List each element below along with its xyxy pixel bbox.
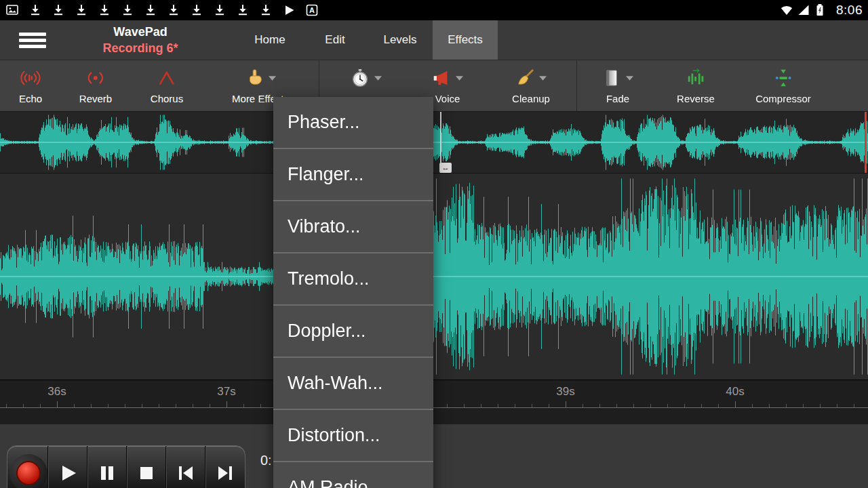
play-icon <box>282 3 296 17</box>
record-button[interactable] <box>16 461 41 485</box>
download-icon <box>28 3 42 17</box>
chevron-down-icon <box>625 74 634 83</box>
ruler-tick <box>464 404 465 407</box>
toolbar-item-icon-row <box>350 66 382 90</box>
stop-icon <box>136 462 157 484</box>
menu-item-wah-wah[interactable]: Wah-Wah... <box>273 358 433 410</box>
toolbar-item-label: Compressor <box>755 93 811 104</box>
compressor-icon <box>773 68 793 88</box>
tab-edit[interactable]: Edit <box>302 20 368 60</box>
ruler-tick <box>125 404 125 407</box>
image-icon <box>5 3 19 17</box>
menu-item-flanger[interactable]: Flanger... <box>273 149 433 201</box>
toolbar-item-icon-row <box>244 66 277 90</box>
toolbar-item-echo[interactable]: Echo <box>19 60 42 111</box>
ruler-tick <box>498 404 498 407</box>
toolbar-item-fade[interactable]: Fade <box>601 60 634 111</box>
ruler-tick <box>243 404 244 407</box>
status-bar: A 8:06 <box>0 0 868 20</box>
menu-item-phaser[interactable]: Phaser... <box>273 97 433 149</box>
title-block: WavePad Recording 6* <box>73 24 208 56</box>
download-icon <box>236 3 250 17</box>
menu-item-doppler[interactable]: Doppler... <box>273 306 433 358</box>
signal-icon <box>797 3 810 17</box>
reverse-icon <box>686 68 706 88</box>
ruler-tick <box>650 404 651 407</box>
toolbar-item-label: Reverse <box>677 93 715 104</box>
play-button[interactable] <box>47 446 87 488</box>
ruler-tick <box>159 404 159 407</box>
skip-to-end-button[interactable] <box>205 446 244 488</box>
overview-marker-handle[interactable]: ↔ <box>439 163 452 173</box>
pause-button[interactable] <box>87 446 126 488</box>
toolbar-item-label: Voice <box>435 93 460 104</box>
toolbar-item-reverb[interactable]: Reverb <box>79 60 112 111</box>
overview-end-cursor <box>865 112 867 173</box>
download-icon <box>167 3 180 17</box>
toolbar-item-chorus[interactable]: Chorus <box>151 60 183 111</box>
wavepad-app: A 8:06 WavePad Recording 6* HomeEditLeve… <box>0 0 868 488</box>
ruler-tick <box>226 401 227 407</box>
cleanup-icon <box>515 68 535 88</box>
hamburger-menu-icon[interactable] <box>19 30 46 50</box>
effects-dropdown-menu: Phaser...Flanger...Vibrato...Tremolo...D… <box>273 97 433 488</box>
toolbar-item-label: Cleanup <box>512 93 550 104</box>
ruler-tick <box>176 404 176 407</box>
toolbar-item-icon-row <box>686 66 706 90</box>
menu-item-tremolo[interactable]: Tremolo... <box>273 253 433 306</box>
voice-icon <box>431 68 452 88</box>
stopwatch-icon <box>350 68 370 88</box>
ruler-tick <box>260 404 261 407</box>
ruler-tick <box>718 404 719 407</box>
tab-levels[interactable]: Levels <box>368 20 433 60</box>
ruler-tick <box>769 404 770 407</box>
app-title: WavePad <box>73 24 208 40</box>
toolbar-item-reverse[interactable]: Reverse <box>677 60 715 111</box>
app-header: WavePad Recording 6* HomeEditLevelsEffec… <box>0 20 868 60</box>
playback-time: 0: <box>260 453 272 468</box>
status-time: 8:06 <box>836 3 863 18</box>
ruler-tick <box>108 404 108 407</box>
chevron-down-icon <box>455 74 464 83</box>
skip-start-icon <box>175 462 197 484</box>
toolbar-item-compressor[interactable]: Compressor <box>755 60 811 111</box>
menu-item-am-radio[interactable]: AM Radio... <box>273 462 433 488</box>
toolbar-item-icon-row <box>773 66 793 90</box>
battery-icon <box>814 3 827 17</box>
toolbar-separator <box>576 60 577 111</box>
menu-item-vibrato[interactable]: Vibrato... <box>273 201 433 253</box>
ruler-tick <box>667 404 668 407</box>
ruler-tick <box>752 404 753 407</box>
toolbar-item-cleanup[interactable]: Cleanup <box>512 60 550 111</box>
chevron-down-icon <box>374 74 382 83</box>
system-status-icons: 8:06 <box>780 3 863 18</box>
download-icon <box>259 3 273 17</box>
tab-effects[interactable]: Effects <box>433 20 498 60</box>
ruler-line <box>0 407 868 408</box>
menu-item-distortion[interactable]: Distortion... <box>273 410 433 462</box>
ruler-tick <box>91 404 92 407</box>
timeline-ruler[interactable]: 36s37s39s40s <box>0 380 868 424</box>
skip-to-start-button[interactable] <box>165 446 205 488</box>
ruler-tick <box>701 404 702 407</box>
toolbar-item-voice[interactable]: Voice <box>431 60 464 111</box>
ruler-tick <box>837 404 837 407</box>
chorus-icon <box>157 68 177 88</box>
ruler-tick <box>566 401 566 407</box>
toolbar-item-label: Reverb <box>79 93 112 104</box>
echo-icon <box>20 68 41 88</box>
ruler-tick <box>515 404 515 407</box>
timeline-label: 40s <box>726 385 744 399</box>
ruler-tick <box>74 404 75 407</box>
ruler-tick <box>599 404 600 407</box>
chevron-down-icon <box>268 74 277 83</box>
download-icon <box>75 3 88 17</box>
tab-home[interactable]: Home <box>237 20 302 60</box>
ruler-tick <box>447 404 448 407</box>
notification-icons: A <box>5 3 319 17</box>
toolbar-item-icon-row <box>431 66 464 90</box>
transport-panel <box>7 445 245 488</box>
waveform-main-view[interactable] <box>0 174 868 380</box>
stop-button[interactable] <box>126 446 165 488</box>
waveform-overview[interactable] <box>0 112 868 173</box>
